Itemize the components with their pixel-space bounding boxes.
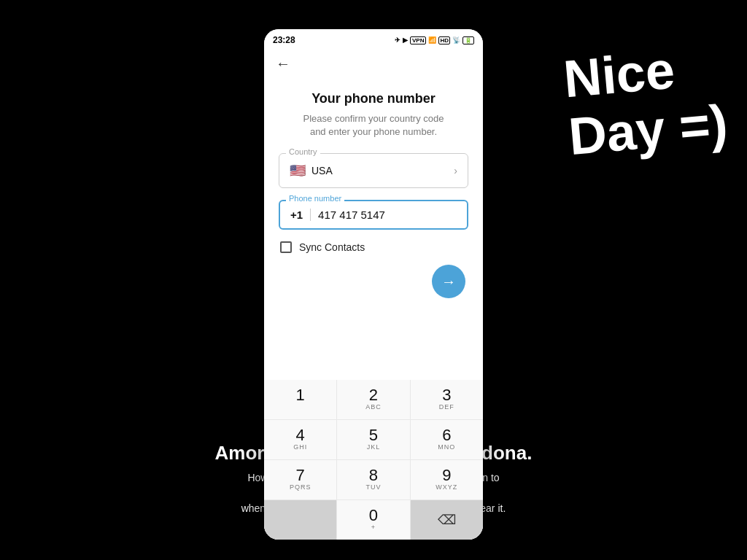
num-letters: TUV — [365, 483, 381, 492]
num-letters: JKL — [367, 443, 381, 452]
numpad-key-6[interactable]: 6MNO — [411, 420, 483, 459]
country-selector[interactable]: 🇺🇸 USA › — [279, 153, 468, 188]
phone-mockup: 23:28 ✈ ▶ VPN 📶 HD 📡 🔋 ← Your phone numb… — [264, 29, 483, 540]
num-letters: WXYZ — [436, 483, 457, 492]
num-digit: 5 — [369, 427, 378, 443]
country-left: 🇺🇸 USA — [290, 163, 333, 179]
wifi-icon: 📶 — [428, 36, 436, 44]
sync-contacts-label: Sync Contacts — [299, 241, 365, 253]
status-bar: 23:28 ✈ ▶ VPN 📶 HD 📡 🔋 — [264, 29, 483, 48]
main-content: Your phone number Please confirm your co… — [264, 77, 483, 380]
back-button[interactable]: ← — [264, 48, 483, 77]
next-button-row: → — [279, 265, 468, 298]
num-digit: 7 — [296, 467, 305, 483]
page-subtitle: Please confirm your country codeand ente… — [279, 112, 468, 139]
num-digit: 1 — [296, 387, 305, 403]
numpad-key-3[interactable]: 3DEF — [411, 380, 483, 419]
page-title: Your phone number — [279, 91, 468, 106]
backspace-icon: ⌫ — [438, 512, 456, 528]
num-digit: 2 — [369, 387, 378, 403]
country-field-group: Country 🇺🇸 USA › — [279, 153, 468, 188]
country-flag: 🇺🇸 — [290, 163, 306, 179]
num-digit: 6 — [442, 427, 451, 443]
numpad-key-0[interactable]: 0+ — [337, 500, 409, 540]
vpn-label: VPN — [410, 36, 426, 44]
num-letters: GHI — [293, 443, 307, 452]
numpad-key-8[interactable]: 8TUV — [337, 460, 409, 499]
country-label: Country — [286, 147, 320, 156]
sync-contacts-checkbox[interactable] — [280, 241, 292, 253]
numpad-key-5[interactable]: 5JKL — [337, 420, 409, 459]
num-digit: 3 — [442, 387, 451, 403]
battery-icon: 🔋 — [462, 36, 474, 44]
numpad-empty — [264, 500, 336, 540]
nice-day-text: Nice Day =) — [561, 37, 729, 166]
numpad-backspace[interactable]: ⌫ — [411, 500, 483, 540]
phone-input-row[interactable]: +1 417 417 5147 — [279, 200, 468, 230]
phone-number-value: 417 417 5147 — [318, 209, 457, 221]
numpad-key-1[interactable]: 1 — [264, 380, 336, 419]
sync-contacts-row[interactable]: Sync Contacts — [279, 241, 468, 253]
num-letters: DEF — [439, 403, 454, 412]
phone-label: Phone number — [286, 194, 344, 203]
phone-field-group: Phone number +1 417 417 5147 — [279, 200, 468, 230]
telegram-icon: ✈ — [395, 36, 400, 44]
numpad-key-4[interactable]: 4GHI — [264, 420, 336, 459]
numpad: 12ABC3DEF4GHI5JKL6MNO7PQRS8TUV9WXYZ0+⌫ — [264, 380, 483, 540]
numpad-key-2[interactable]: 2ABC — [337, 380, 409, 419]
next-button[interactable]: → — [432, 265, 465, 298]
status-icons: ✈ ▶ VPN 📶 HD 📡 🔋 — [395, 36, 474, 44]
num-digit: 8 — [369, 467, 378, 483]
numpad-key-7[interactable]: 7PQRS — [264, 460, 336, 499]
num-digit: 0 — [369, 508, 378, 524]
status-time: 23:28 — [273, 35, 295, 45]
hd-icon: HD — [438, 36, 450, 44]
num-letters: ABC — [365, 403, 382, 412]
numpad-key-9[interactable]: 9WXYZ — [411, 460, 483, 499]
num-letters: MNO — [438, 443, 455, 452]
signal-icon: 📡 — [452, 36, 460, 44]
phone-code: +1 — [290, 209, 311, 221]
country-name: USA — [311, 165, 333, 176]
num-digit: 9 — [442, 467, 451, 483]
youtube-icon: ▶ — [403, 36, 408, 44]
content-area: ← Your phone number Please confirm your … — [264, 48, 483, 540]
num-digit: 4 — [296, 427, 305, 443]
num-letters: + — [371, 524, 376, 532]
num-letters: PQRS — [290, 483, 311, 492]
chevron-right-icon: › — [454, 165, 457, 176]
